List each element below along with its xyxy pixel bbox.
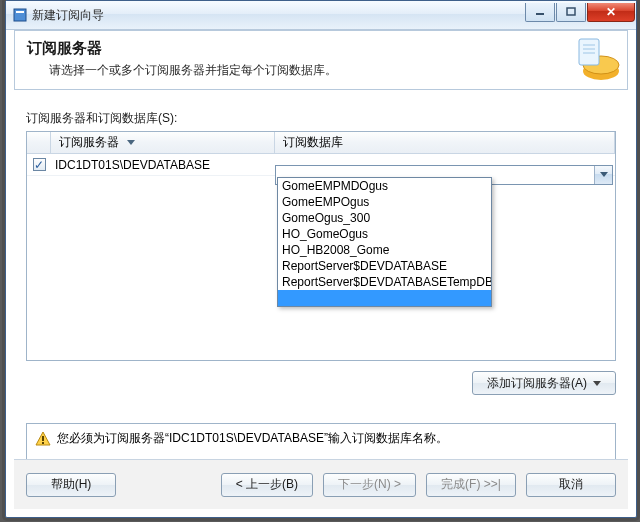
col-header-database[interactable]: 订阅数据库 — [275, 132, 615, 153]
page-subtitle: 请选择一个或多个订阅服务器并指定每个订阅数据库。 — [49, 62, 615, 79]
back-button[interactable]: < 上一步(B) — [221, 473, 313, 497]
maximize-button[interactable] — [556, 3, 586, 22]
chevron-down-icon — [600, 172, 608, 177]
svg-rect-2 — [536, 13, 544, 15]
dropdown-option[interactable]: GomeEMPMDOgus — [278, 178, 491, 194]
dropdown-option[interactable]: GomeOgus_300 — [278, 210, 491, 226]
page-title: 订阅服务器 — [27, 39, 615, 58]
help-button[interactable]: 帮助(H) — [26, 473, 116, 497]
grid-section-label: 订阅服务器和订阅数据库(S): — [26, 110, 616, 127]
cancel-button[interactable]: 取消 — [526, 473, 616, 497]
dropdown-option[interactable]: GomeEMPOgus — [278, 194, 491, 210]
wizard-footer: 帮助(H) < 上一步(B) 下一步(N) > 完成(F) >>| 取消 — [14, 459, 628, 509]
table-row[interactable]: ✓ IDC1DT01S\DEVDATABASE — [27, 154, 615, 176]
database-dropdown: GomeEMPMDOgus GomeEMPOgus GomeOgus_300 H… — [277, 177, 492, 307]
svg-rect-0 — [14, 9, 26, 21]
svg-rect-7 — [579, 39, 599, 65]
svg-rect-1 — [16, 11, 24, 13]
warning-text: 您必须为订阅服务器“IDC1DT01S\DEVDATABASE”输入订阅数据库名… — [57, 430, 448, 447]
dropdown-option-highlight[interactable] — [278, 290, 491, 306]
col-header-server[interactable]: 订阅服务器 — [51, 132, 275, 153]
svg-rect-3 — [567, 8, 575, 15]
dropdown-option[interactable]: HO_HB2008_Gome — [278, 242, 491, 258]
row-checkbox[interactable]: ✓ — [33, 158, 46, 171]
sort-down-icon — [127, 140, 135, 145]
titlebar[interactable]: 新建订阅向导 ✕ — [6, 1, 636, 30]
warning-icon — [35, 431, 51, 450]
wizard-window: 新建订阅向导 ✕ 订阅服务器 请选择一个或多个订阅服务器并指定每个订阅数据库。 — [5, 0, 637, 518]
finish-button[interactable]: 完成(F) >>| — [426, 473, 516, 497]
grid-header: 订阅服务器 订阅数据库 — [27, 132, 615, 154]
combobox-toggle-button[interactable] — [594, 166, 612, 184]
add-subscriber-button[interactable]: 添加订阅服务器(A) — [472, 371, 616, 395]
cell-server: IDC1DT01S\DEVDATABASE — [51, 158, 275, 172]
next-button[interactable]: 下一步(N) > — [323, 473, 416, 497]
window-title: 新建订阅向导 — [32, 7, 104, 24]
svg-rect-13 — [42, 442, 44, 444]
minimize-button[interactable] — [525, 3, 555, 22]
app-icon — [12, 7, 28, 23]
col-header-check[interactable] — [27, 132, 51, 153]
dropdown-option[interactable]: ReportServer$DEVDATABASETempDB — [278, 274, 491, 290]
svg-rect-12 — [42, 436, 44, 441]
dropdown-option[interactable]: ReportServer$DEVDATABASE — [278, 258, 491, 274]
subscriber-grid: 订阅服务器 订阅数据库 ✓ IDC1DT01S\DEVDATABASE — [26, 131, 616, 361]
wizard-icon — [571, 35, 621, 85]
chevron-down-icon — [593, 381, 601, 386]
wizard-header: 订阅服务器 请选择一个或多个订阅服务器并指定每个订阅数据库。 — [14, 30, 628, 90]
dropdown-option[interactable]: HO_GomeOgus — [278, 226, 491, 242]
close-button[interactable]: ✕ — [587, 3, 635, 22]
